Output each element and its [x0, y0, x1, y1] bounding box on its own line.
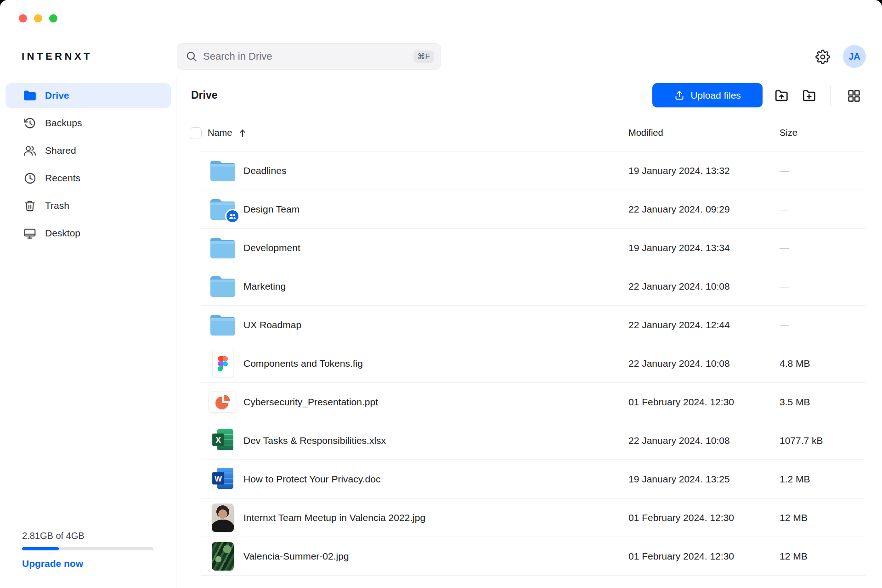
folder-icon [209, 275, 236, 298]
app-window: INTERNXT Search in Drive ⌘F JA DriveBack… [0, 0, 882, 588]
image-thumbnail [212, 504, 234, 532]
folder-icon [209, 159, 236, 182]
file-size: — [780, 151, 789, 190]
file-size: — [780, 229, 789, 267]
close-window-button[interactable] [19, 14, 27, 22]
sidebar-item-drive[interactable]: Drive [6, 83, 171, 108]
page-title: Drive [191, 89, 218, 101]
file-size: 1.2 MB [780, 460, 810, 498]
file-icon-cell [206, 306, 239, 344]
zoom-window-button[interactable] [49, 14, 57, 22]
file-row[interactable]: Internxt Team Meetup in Valencia 2022.jp… [0, 498, 882, 537]
upload-icon [674, 90, 685, 101]
table-header: Name Modified Size [0, 123, 882, 151]
file-name: Components and Tokens.fig [243, 344, 363, 383]
file-size: 12 MB [780, 498, 808, 537]
file-modified-date: 22 January 2024. 10:08 [628, 421, 730, 460]
search-shortcut-badge: ⌘F [413, 50, 434, 63]
file-modified-date: 01 February 2024. 12:30 [628, 498, 734, 537]
file-name: Deadlines [243, 151, 286, 190]
grid-view-icon [847, 89, 861, 103]
folder-upload-icon [774, 88, 790, 104]
sidebar-item-label: Drive [45, 90, 69, 101]
file-icon-cell [206, 267, 239, 306]
folder-plus-icon [802, 88, 817, 104]
file-row[interactable]: Design Team22 January 2024. 09:29— [0, 190, 882, 229]
file-size: 4.8 MB [780, 344, 810, 383]
figma-file-icon [212, 350, 233, 377]
svg-text:X: X [215, 436, 221, 445]
file-name: How to Protect Your Privacy.doc [243, 460, 380, 498]
settings-button[interactable] [814, 49, 831, 65]
sort-ascending-icon [238, 129, 247, 138]
word-file-icon: W [211, 467, 234, 492]
file-modified-date: 01 February 2024. 12:30 [628, 537, 734, 576]
file-name: Cybersecurity_Presentation.ppt [243, 383, 378, 421]
internxt-logo: INTERNXT [22, 50, 92, 62]
file-size: 12 MB [780, 537, 808, 576]
minimize-window-button[interactable] [34, 14, 42, 22]
select-all-checkbox[interactable] [190, 127, 202, 139]
file-row[interactable]: WHow to Protect Your Privacy.doc19 Janua… [0, 460, 882, 498]
file-size: 3.5 MB [780, 383, 810, 421]
file-name: Internxt Team Meetup in Valencia 2022.jp… [243, 498, 425, 537]
shared-folder-badge-icon [225, 209, 240, 224]
gear-icon [815, 50, 830, 64]
search-placeholder: Search in Drive [203, 50, 413, 62]
file-row[interactable]: Cybersecurity_Presentation.ppt01 Februar… [0, 383, 882, 421]
grid-view-button[interactable] [845, 87, 863, 105]
file-row[interactable]: XDev Tasks & Responsibilities.xlsx22 Jan… [0, 421, 882, 460]
folder-icon [209, 236, 236, 259]
file-row[interactable]: Development19 January 2024. 13:34— [0, 229, 882, 267]
file-modified-date: 19 January 2024. 13:32 [628, 151, 730, 190]
file-name: UX Roadmap [243, 306, 301, 344]
file-name: Dev Tasks & Responsibilities.xlsx [243, 421, 386, 460]
file-icon-cell: X [206, 421, 239, 460]
column-header-name[interactable]: Name [208, 128, 247, 138]
file-icon-cell [206, 344, 239, 383]
file-name: Valencia-Summer-02.jpg [243, 537, 349, 576]
file-modified-date: 22 January 2024. 09:29 [628, 190, 730, 229]
window-controls [19, 14, 57, 22]
file-size: — [780, 267, 789, 306]
powerpoint-file-icon [209, 392, 237, 413]
file-size: — [780, 190, 789, 229]
shared-folder-icon [209, 198, 236, 221]
file-row[interactable]: Deadlines19 January 2024. 13:32— [0, 151, 882, 190]
folder-filled-icon [23, 89, 37, 102]
file-icon-cell [206, 190, 239, 229]
file-modified-date: 01 February 2024. 12:30 [628, 383, 734, 421]
upload-files-label: Upload files [690, 90, 741, 101]
file-modified-date: 22 January 2024. 12:44 [628, 306, 730, 344]
file-modified-date: 22 January 2024. 10:08 [628, 267, 730, 306]
file-icon-cell [206, 537, 239, 576]
file-name: Design Team [243, 190, 300, 229]
user-avatar[interactable]: JA [843, 45, 866, 68]
file-modified-date: 19 January 2024. 13:34 [628, 229, 730, 267]
search-input[interactable]: Search in Drive ⌘F [177, 43, 441, 70]
file-name: Development [243, 229, 300, 267]
file-row[interactable]: UX Roadmap22 January 2024. 12:44— [0, 306, 882, 344]
search-icon [186, 50, 198, 62]
file-icon-cell [206, 151, 239, 190]
image-thumbnail [212, 542, 234, 571]
upload-folder-button[interactable] [773, 87, 791, 105]
svg-text:W: W [215, 475, 222, 483]
name-column-label: Name [208, 128, 232, 138]
file-icon-cell: W [206, 460, 239, 498]
file-size: — [780, 306, 789, 344]
toolbar-divider [830, 85, 831, 106]
file-icon-cell [206, 383, 239, 421]
file-icon-cell [206, 229, 239, 267]
file-row[interactable]: Components and Tokens.fig22 January 2024… [0, 344, 882, 383]
file-row[interactable]: Marketing22 January 2024. 10:08— [0, 267, 882, 306]
file-list: Deadlines19 January 2024. 13:32—Design T… [0, 151, 882, 576]
upload-files-button[interactable]: Upload files [652, 83, 763, 107]
file-name: Marketing [243, 267, 286, 306]
file-modified-date: 19 January 2024. 13:25 [628, 460, 730, 498]
column-header-size[interactable]: Size [780, 128, 797, 138]
column-header-modified[interactable]: Modified [628, 128, 663, 138]
new-folder-button[interactable] [801, 87, 818, 105]
file-row[interactable]: Valencia-Summer-02.jpg01 February 2024. … [0, 537, 882, 576]
file-size: 1077.7 kB [780, 421, 823, 460]
